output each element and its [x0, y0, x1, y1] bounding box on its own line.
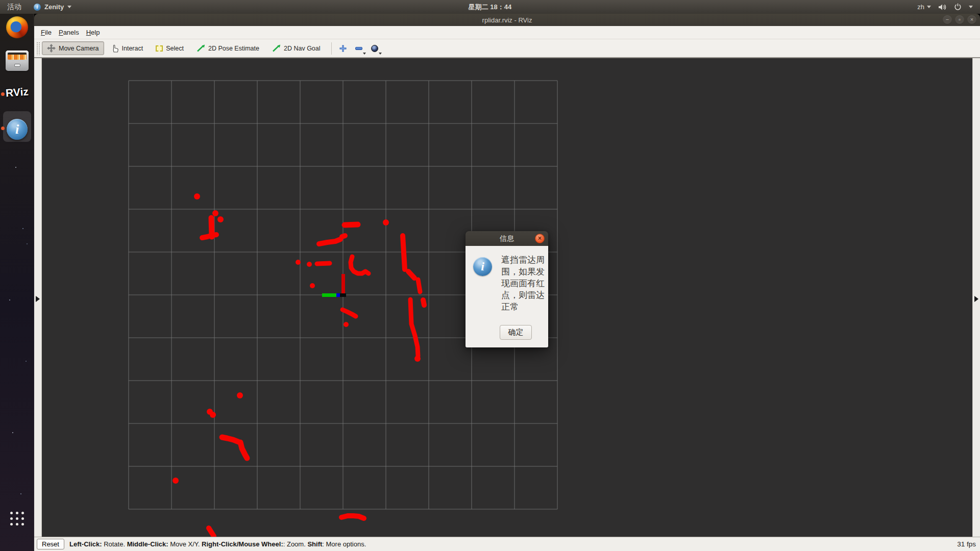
language-label: zh: [917, 3, 924, 11]
volume-icon[interactable]: [938, 4, 947, 11]
pose-estimate-button[interactable]: 2D Pose Estimate: [191, 42, 264, 55]
fps-counter: 31 fps: [957, 540, 980, 548]
activities-button[interactable]: 活动: [0, 3, 29, 12]
power-icon[interactable]: [954, 3, 962, 11]
chevron-down-icon: [67, 6, 71, 8]
menu-file[interactable]: File: [37, 29, 55, 36]
dock-item-files[interactable]: [0, 51, 34, 71]
gnome-top-bar: 活动 i Zenity 星期二 18：44 zh: [0, 0, 980, 14]
interact-hand-icon: [112, 44, 119, 53]
expand-panel-arrow[interactable]: [974, 296, 978, 302]
window-title: rplidar.rviz - RViz: [482, 16, 532, 24]
toolbar-drag-handle[interactable]: [36, 42, 40, 55]
dialog-title: 信息: [500, 234, 514, 243]
ok-button[interactable]: 确定: [500, 325, 532, 340]
plus-icon: [339, 44, 347, 53]
select-box-icon: [156, 45, 163, 52]
green-arrow-icon: [272, 44, 281, 52]
zenity-app-icon: i: [34, 4, 41, 11]
expand-panel-arrow[interactable]: [36, 296, 40, 302]
close-button[interactable]: ×: [967, 15, 976, 24]
tool-label: Move Camera: [59, 45, 99, 52]
chevron-down-icon: [363, 53, 366, 55]
dock-item-firefox[interactable]: [0, 16, 34, 38]
files-icon: [6, 51, 29, 71]
zoom-in-button[interactable]: [337, 42, 349, 55]
firefox-icon: [6, 16, 28, 38]
focus-eye-icon: [371, 45, 378, 52]
tool-label: Interact: [122, 45, 143, 52]
select-button[interactable]: Select: [151, 42, 189, 55]
dialog-body: i 遮挡雷达周围，如果发现画面有红点，则雷达正常 确定: [465, 246, 548, 347]
running-indicator: [1, 92, 5, 96]
app-menu-label: Zenity: [44, 3, 64, 11]
green-arrow-icon: [197, 44, 205, 52]
wallpaper-stars: [15, 167, 16, 168]
dock: RViz i: [0, 14, 34, 551]
move-camera-button[interactable]: Move Camera: [42, 41, 104, 55]
statusbar: Reset Left-Click: Rotate. Middle-Click: …: [34, 537, 980, 551]
chevron-down-icon: [927, 6, 931, 8]
reset-button[interactable]: Reset: [37, 539, 64, 549]
dialog-close-button[interactable]: ×: [535, 234, 545, 243]
dialog-message: 遮挡雷达周围，如果发现画面有红点，则雷达正常: [501, 254, 548, 313]
zenity-info-icon: i: [7, 119, 28, 140]
collapsed-views-panel: [972, 58, 980, 537]
dock-item-rviz[interactable]: RViz: [0, 86, 34, 98]
info-dialog: 信息 × i 遮挡雷达周围，如果发现画面有红点，则雷达正常 确定: [465, 231, 548, 347]
status-help-text: Left-Click: Rotate. Middle-Click: Move X…: [69, 540, 366, 548]
minimize-button[interactable]: −: [943, 15, 952, 24]
collapsed-displays-panel: [34, 58, 42, 537]
dock-item-zenity[interactable]: i: [0, 119, 34, 140]
tool-label: Select: [166, 45, 184, 52]
show-applications-button[interactable]: [10, 512, 24, 525]
clock[interactable]: 星期二 18：44: [0, 3, 980, 12]
language-indicator[interactable]: zh: [917, 3, 931, 11]
toolbar-separator: [331, 42, 332, 55]
move-camera-icon: [47, 44, 56, 53]
menu-help[interactable]: Help: [83, 29, 104, 36]
nav-goal-button[interactable]: 2D Nav Goal: [267, 42, 326, 55]
rviz-logo: RViz: [5, 85, 29, 99]
window-titlebar[interactable]: rplidar.rviz - RViz − ▫ ×: [34, 14, 980, 26]
tool-label: 2D Nav Goal: [284, 45, 321, 52]
toolbar: Move Camera Interact Select 2D Pose Esti…: [34, 39, 980, 58]
minus-icon: [355, 47, 362, 50]
chevron-down-icon: [969, 6, 973, 8]
menubar: FilePanelsHelp: [34, 26, 980, 39]
chevron-down-icon: [379, 53, 382, 55]
running-indicator: [1, 127, 5, 130]
tool-label: 2D Pose Estimate: [208, 45, 259, 52]
zoom-out-button[interactable]: [353, 42, 365, 55]
dialog-titlebar[interactable]: 信息 ×: [465, 231, 548, 246]
info-icon: i: [473, 257, 492, 276]
menu-panels[interactable]: Panels: [55, 29, 83, 36]
app-menu[interactable]: i Zenity: [29, 3, 77, 11]
maximize-button[interactable]: ▫: [955, 15, 964, 24]
interact-button[interactable]: Interact: [107, 42, 149, 55]
focus-camera-button[interactable]: [369, 42, 381, 55]
